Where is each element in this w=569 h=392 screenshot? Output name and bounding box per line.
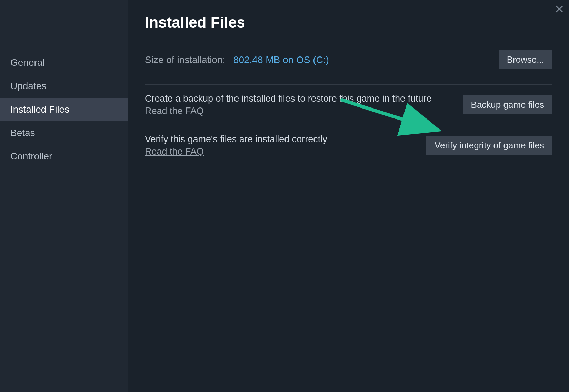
backup-faq-link[interactable]: Read the FAQ	[145, 106, 204, 116]
sidebar-item-general[interactable]: General	[0, 51, 128, 74]
backup-text-block: Create a backup of the installed files t…	[145, 92, 452, 117]
backup-button[interactable]: Backup game files	[463, 95, 552, 114]
sidebar: General Updates Installed Files Betas Co…	[0, 0, 128, 392]
sidebar-item-controller[interactable]: Controller	[0, 145, 128, 168]
verify-description: Verify this game's files are installed c…	[145, 134, 327, 144]
sidebar-item-installed-files[interactable]: Installed Files	[0, 98, 128, 121]
browse-button[interactable]: Browse...	[499, 50, 552, 69]
size-row: Size of installation: 802.48 MB on OS (C…	[145, 50, 552, 69]
close-icon	[555, 4, 564, 14]
backup-section: Create a backup of the installed files t…	[145, 84, 552, 125]
verify-section: Verify this game's files are installed c…	[145, 125, 552, 166]
size-label: Size of installation:	[145, 54, 225, 65]
close-button[interactable]	[553, 3, 566, 15]
sidebar-item-updates[interactable]: Updates	[0, 74, 128, 98]
sidebar-item-betas[interactable]: Betas	[0, 121, 128, 145]
page-title: Installed Files	[145, 14, 552, 31]
main-panel: Installed Files Size of installation: 80…	[128, 0, 569, 392]
size-text: Size of installation: 802.48 MB on OS (C…	[145, 54, 329, 65]
verify-button[interactable]: Verify integrity of game files	[426, 136, 552, 155]
verify-text-block: Verify this game's files are installed c…	[145, 133, 416, 158]
verify-faq-link[interactable]: Read the FAQ	[145, 146, 204, 157]
size-value: 802.48 MB on OS (C:)	[233, 54, 329, 65]
backup-description: Create a backup of the installed files t…	[145, 93, 431, 104]
